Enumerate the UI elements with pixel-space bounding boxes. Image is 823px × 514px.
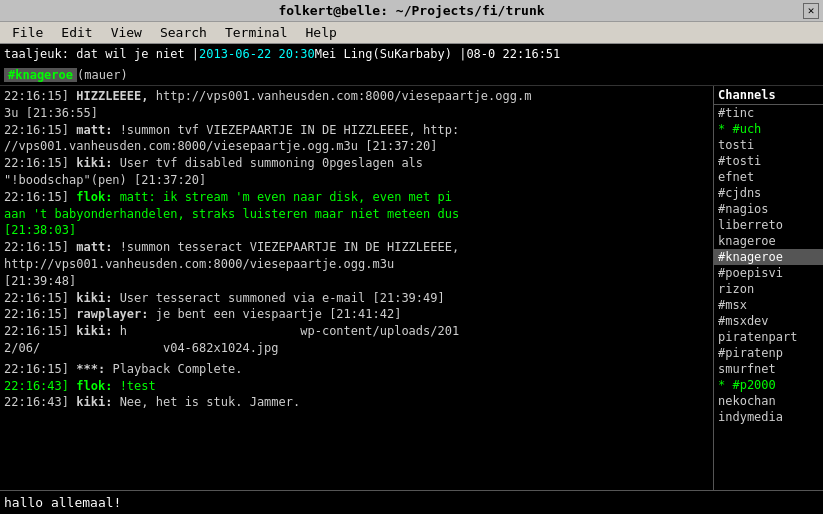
channel-item-knageroe[interactable]: #knageroe bbox=[714, 249, 823, 265]
date-text: 2013-06-22 20:30 bbox=[199, 47, 315, 61]
menu-bar: File Edit View Search Terminal Help bbox=[0, 22, 823, 44]
main-area: 22:16:15] HIZZLEEEE, http://vps001.vanhe… bbox=[0, 86, 823, 490]
chat-message: 22:16:15] rawplayer: je bent een viespaa… bbox=[4, 306, 709, 323]
channel-list-header: Channels bbox=[714, 86, 823, 105]
current-nick: #knageroe bbox=[4, 68, 77, 82]
menu-help[interactable]: Help bbox=[298, 23, 345, 42]
chat-message: http://vps001.vanheusden.com:8000/viesep… bbox=[4, 256, 709, 273]
channel-item-tinc[interactable]: #tinc bbox=[714, 105, 823, 121]
channel-item-msxdev[interactable]: #msxdev bbox=[714, 313, 823, 329]
channel-item-poepisvi[interactable]: #poepisvi bbox=[714, 265, 823, 281]
status-bar: taaljeuk: dat wil je niet | 2013-06-22 2… bbox=[0, 44, 823, 64]
chat-message: 3u [21:36:55] bbox=[4, 105, 709, 122]
chat-area[interactable]: 22:16:15] HIZZLEEEE, http://vps001.vanhe… bbox=[0, 86, 713, 490]
channel-item-indymedia[interactable]: indymedia bbox=[714, 409, 823, 425]
chat-message: 22:16:15] kiki: User tesseract summoned … bbox=[4, 290, 709, 307]
chat-message: [21:38:03] bbox=[4, 222, 709, 239]
chat-message: //vps001.vanheusden.com:8000/viesepaartj… bbox=[4, 138, 709, 155]
menu-file[interactable]: File bbox=[4, 23, 51, 42]
channel-item-cjdns[interactable]: #cjdns bbox=[714, 185, 823, 201]
menu-view[interactable]: View bbox=[103, 23, 150, 42]
input-bar bbox=[0, 490, 823, 514]
channel-item-uch[interactable]: * #uch bbox=[714, 121, 823, 137]
channel-item-piratenp[interactable]: #piratenp bbox=[714, 345, 823, 361]
channel-item-nagios[interactable]: #nagios bbox=[714, 201, 823, 217]
topic-text: taaljeuk: dat wil je niet | bbox=[4, 47, 199, 61]
chat-message: "!boodschap"(pen) [21:37:20] bbox=[4, 172, 709, 189]
chat-message: 22:16:15] HIZZLEEEE, http://vps001.vanhe… bbox=[4, 88, 709, 105]
menu-search[interactable]: Search bbox=[152, 23, 215, 42]
channel-list: Channels #tinc * #uch tosti #tosti efnet… bbox=[713, 86, 823, 490]
channel-item-smurfnet[interactable]: smurfnet bbox=[714, 361, 823, 377]
channel-item-tosti[interactable]: #tosti bbox=[714, 153, 823, 169]
chat-message: 22:16:15] matt: !summon tesseract VIEZEP… bbox=[4, 239, 709, 256]
channel-item-piratenpart[interactable]: piratenpart bbox=[714, 329, 823, 345]
chat-message: [21:39:48] bbox=[4, 273, 709, 290]
chat-message: 22:16:15] ***: Playback Complete. bbox=[4, 361, 709, 378]
title-bar: folkert@belle: ~/Projects/fi/trunk ✕ bbox=[0, 0, 823, 22]
chat-message: 22:16:43] flok: !test bbox=[4, 378, 709, 395]
message-input[interactable] bbox=[4, 495, 819, 510]
channel-item-nekochan[interactable]: nekochan bbox=[714, 393, 823, 409]
channel-item-rizon[interactable]: rizon bbox=[714, 281, 823, 297]
channel-item-p2000[interactable]: * #p2000 bbox=[714, 377, 823, 393]
chat-message: 22:16:43] kiki: Nee, het is stuk. Jammer… bbox=[4, 394, 709, 411]
channel-item-msx[interactable]: #msx bbox=[714, 297, 823, 313]
menu-terminal[interactable]: Terminal bbox=[217, 23, 296, 42]
chat-message: 22:16:15] matt: !summon tvf VIEZEPAARTJE… bbox=[4, 122, 709, 139]
chat-message: 22:16:15] kiki: User tvf disabled summon… bbox=[4, 155, 709, 172]
window-title: folkert@belle: ~/Projects/fi/trunk bbox=[20, 3, 803, 18]
nick-bar: #knageroe (mauer) bbox=[0, 64, 823, 86]
channel-item-efnet[interactable]: efnet bbox=[714, 169, 823, 185]
user-text: Mei Ling(SuKarbaby) | bbox=[315, 47, 467, 61]
channel-item-knageroe-label[interactable]: knageroe bbox=[714, 233, 823, 249]
chat-message: 22:16:15] flok: matt: ik stream 'm even … bbox=[4, 189, 709, 206]
channel-item-tosti-label[interactable]: tosti bbox=[714, 137, 823, 153]
mode-text: 08-0 22:16:51 bbox=[466, 47, 560, 61]
close-button[interactable]: ✕ bbox=[803, 3, 819, 19]
chat-message: 22:16:15] kiki: h wp-content/uploads/201 bbox=[4, 323, 709, 340]
channel-item-liberreto[interactable]: liberreto bbox=[714, 217, 823, 233]
chat-message: aan 't babyonderhandelen, straks luister… bbox=[4, 206, 709, 223]
menu-edit[interactable]: Edit bbox=[53, 23, 100, 42]
nick-mode: (mauer) bbox=[77, 68, 128, 82]
chat-message: 2/06/ v04-682x1024.jpg bbox=[4, 340, 709, 357]
